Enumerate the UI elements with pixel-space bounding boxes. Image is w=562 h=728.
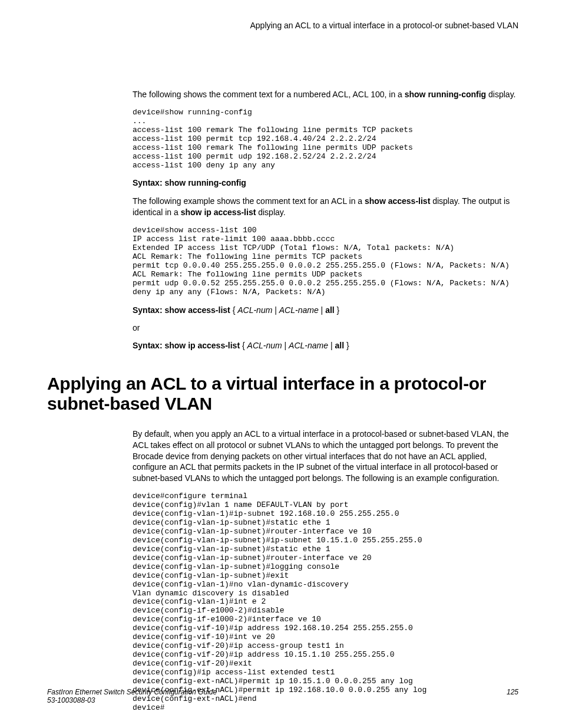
command-name: show ip access-list — [181, 207, 256, 217]
brace: { — [230, 305, 237, 315]
brace: } — [335, 305, 340, 315]
syntax-arg: ACL-name — [279, 305, 319, 315]
body-column-2: By default, when you apply an ACL to a v… — [133, 429, 518, 713]
syntax-line-3: Syntax: show ip access-list { ACL-num | … — [133, 341, 518, 350]
intro-paragraph-2: The following example shows the comment … — [133, 196, 518, 218]
or-separator: or — [133, 323, 518, 332]
brace: { — [240, 341, 247, 350]
pipe: | — [319, 305, 325, 315]
syntax-prefix: Syntax: show ip access-list — [133, 341, 240, 350]
syntax-keyword: all — [335, 341, 344, 350]
syntax-line-2: Syntax: show access-list { ACL-num | ACL… — [133, 305, 518, 315]
syntax-keyword: all — [325, 305, 335, 315]
pipe: | — [272, 305, 279, 315]
syntax-line-1: Syntax: show running-config — [133, 178, 518, 187]
text: The following shows the comment text for… — [133, 90, 405, 99]
pipe: | — [328, 341, 335, 350]
page-footer: FastIron Ethernet Switch Security Config… — [47, 688, 518, 704]
command-name: show access-list — [365, 196, 430, 206]
brace: } — [344, 341, 349, 350]
section-body-paragraph: By default, when you apply an ACL to a v… — [133, 429, 518, 484]
pipe: | — [282, 341, 289, 350]
text: The following example shows the comment … — [133, 196, 365, 206]
footer-page-number: 125 — [507, 688, 518, 696]
body-column: The following shows the comment text for… — [133, 89, 518, 350]
intro-paragraph-1: The following shows the comment text for… — [133, 89, 518, 100]
running-header: Applying an ACL to a virtual interface i… — [47, 21, 518, 30]
text: display. — [256, 207, 285, 217]
page-content: Applying an ACL to a virtual interface i… — [47, 21, 518, 721]
syntax-prefix: Syntax: show access-list — [133, 305, 230, 315]
syntax-arg: ACL-num — [237, 305, 272, 315]
code-block-access-list: device#show access-list 100 IP access li… — [133, 226, 518, 297]
syntax-arg: ACL-name — [289, 341, 328, 350]
syntax-text: Syntax: show running-config — [133, 178, 246, 187]
syntax-arg: ACL-num — [247, 341, 282, 350]
text: display. — [486, 90, 515, 99]
command-name: show running-config — [405, 90, 486, 99]
section-heading: Applying an ACL to a virtual interface i… — [47, 374, 518, 414]
footer-left: FastIron Ethernet Switch Security Config… — [47, 688, 217, 704]
footer-doc-id: 53-1003088-03 — [47, 696, 95, 704]
code-block-configuration: device#configure terminal device(config)… — [133, 492, 518, 712]
footer-doc-title: FastIron Ethernet Switch Security Config… — [47, 688, 217, 696]
code-block-running-config: device#show running-config ... access-li… — [133, 108, 518, 170]
